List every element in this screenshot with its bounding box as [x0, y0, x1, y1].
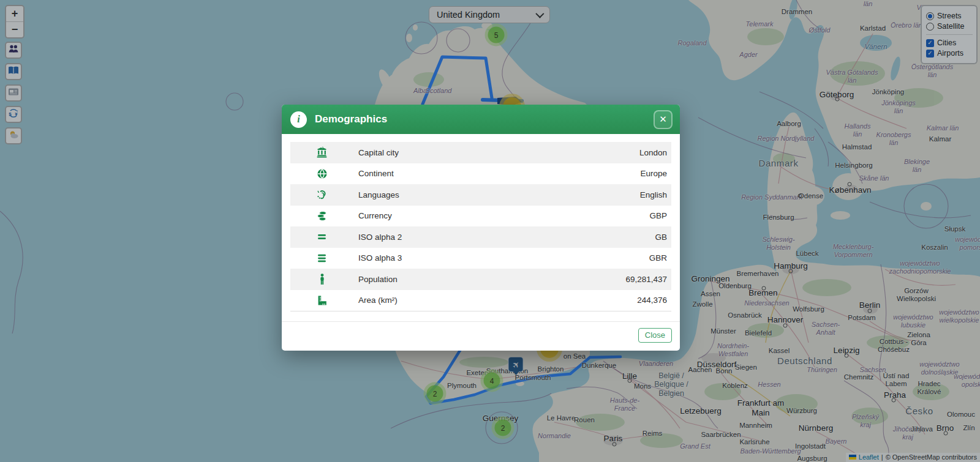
- two-bars-icon: [306, 231, 337, 242]
- row-label: Currency: [358, 211, 649, 220]
- language-ear-icon: [306, 189, 337, 200]
- demographics-table: Capital city London Continent Europe: [290, 142, 671, 311]
- row-value: Europe: [640, 169, 671, 178]
- landmark-icon: [306, 147, 337, 158]
- row-value: GBP: [649, 211, 671, 220]
- table-row: Capital city London: [290, 142, 671, 163]
- ruler-icon: [306, 295, 337, 306]
- table-row: Area (km²) 244,376: [290, 290, 671, 311]
- row-value: 69,281,437: [625, 275, 671, 284]
- table-row: Languages English: [290, 184, 671, 206]
- coins-icon: [306, 211, 337, 222]
- row-label: Capital city: [358, 148, 639, 157]
- close-button[interactable]: Close: [638, 328, 672, 343]
- table-row: ISO alpha 3 GBR: [290, 248, 671, 269]
- row-label: Population: [358, 275, 625, 284]
- row-label: ISO alpha 3: [358, 253, 649, 263]
- row-value: GBR: [649, 253, 671, 263]
- table-row: Population 69,281,437: [290, 269, 671, 290]
- row-value: GB: [655, 233, 671, 242]
- row-label: Languages: [358, 190, 640, 199]
- row-value: English: [640, 190, 671, 199]
- table-row: Currency GBP: [290, 206, 671, 227]
- modal-title: Demographics: [315, 113, 654, 125]
- table-row: Continent Europe: [290, 163, 671, 185]
- demographics-modal: i Demographics ✕ Capital city London: [282, 105, 680, 351]
- row-value: 244,376: [637, 296, 671, 305]
- close-icon[interactable]: ✕: [654, 110, 673, 129]
- info-icon: i: [290, 111, 307, 128]
- app: AlbaScotlandExeterPlymouthSouthamptonPor…: [0, 0, 980, 462]
- modal-header: i Demographics ✕: [282, 105, 680, 134]
- globe-icon: [306, 168, 337, 179]
- modal-footer: Close: [282, 321, 680, 349]
- person-icon: [306, 274, 337, 285]
- row-value: London: [639, 148, 671, 157]
- row-label: ISO alpha 2: [358, 233, 655, 242]
- row-label: Continent: [358, 169, 640, 178]
- table-row: ISO alpha 2 GB: [290, 226, 671, 248]
- row-label: Area (km²): [358, 296, 637, 305]
- three-bars-icon: [306, 253, 337, 264]
